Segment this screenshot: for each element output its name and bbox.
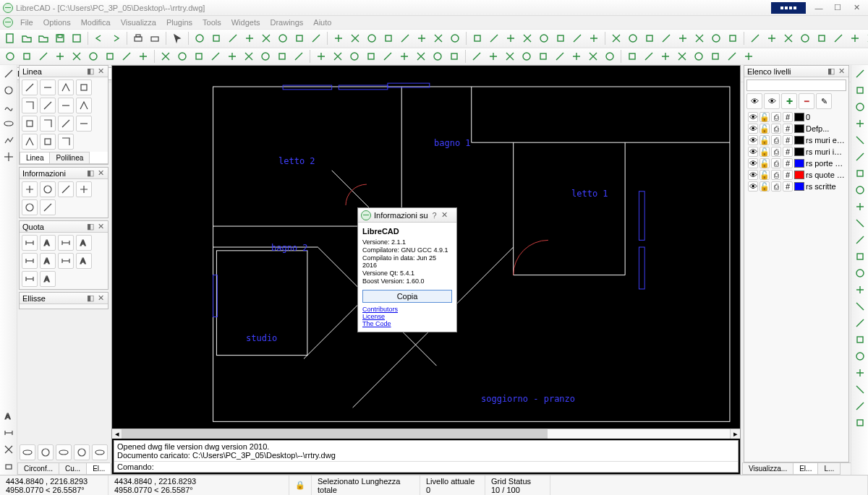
tool-icon[interactable] <box>22 181 38 197</box>
snap-tool-icon[interactable] <box>831 31 846 46</box>
layer-visibility-icon[interactable]: 👁 <box>748 124 758 134</box>
snap-tool-icon[interactable] <box>609 31 624 46</box>
tool-icon[interactable] <box>22 79 38 95</box>
layer-bw-icon[interactable]: # <box>783 124 793 134</box>
modify-tool-icon[interactable] <box>853 382 867 397</box>
layer-row[interactable]: 👁🔓⎙#rs porte e fines... <box>746 158 846 169</box>
tool-icon[interactable] <box>56 444 72 460</box>
draw-tool-icon[interactable] <box>158 49 173 64</box>
snap-tool-icon[interactable] <box>226 31 240 46</box>
layer-edit-icon[interactable]: ✎ <box>816 93 832 109</box>
tool-icon[interactable] <box>58 116 74 132</box>
redo-icon[interactable] <box>109 31 123 46</box>
draw-tool-icon[interactable] <box>331 49 345 64</box>
layer-row[interactable]: 👁🔓⎙#Defp... <box>746 123 846 134</box>
layer-visibility-icon[interactable]: 👁 <box>748 170 758 180</box>
tool-icon[interactable] <box>22 134 38 150</box>
dialog-link-contributors[interactable]: Contributors <box>362 306 452 313</box>
panel-float-icon[interactable]: ◧ <box>827 67 835 76</box>
panel-close-icon[interactable]: ✕ <box>96 67 105 76</box>
tool-icon[interactable] <box>58 79 74 95</box>
modify-tool-icon[interactable] <box>853 216 867 231</box>
snap-tool-icon[interactable] <box>553 31 568 46</box>
modify-tool-icon[interactable] <box>853 249 867 264</box>
dialog-close-icon[interactable]: ✕ <box>441 210 448 220</box>
modify-tool-icon[interactable] <box>853 366 867 380</box>
menu-plugins[interactable]: Plugins <box>163 17 195 27</box>
panel-close-icon[interactable]: ✕ <box>837 67 846 76</box>
modify-tool-icon[interactable] <box>853 266 867 280</box>
print-icon[interactable] <box>131 31 145 46</box>
snap-tool-icon[interactable] <box>537 31 551 46</box>
snap-tool-icon[interactable] <box>292 31 307 46</box>
layer-color-swatch[interactable] <box>794 124 804 133</box>
rtab-visualizza[interactable]: Visualizza... <box>742 463 793 475</box>
tool-icon[interactable] <box>40 181 56 197</box>
btab-circonf[interactable]: Circonf... <box>17 463 59 475</box>
tab-polilinea[interactable]: Polilinea <box>49 152 90 163</box>
circle-tool-icon[interactable] <box>1 83 16 98</box>
tool-icon[interactable] <box>58 98 74 113</box>
draw-tool-icon[interactable] <box>292 49 306 64</box>
layer-visibility-icon[interactable]: 👁 <box>748 147 758 157</box>
dialog-help-icon[interactable]: ? <box>433 211 437 220</box>
snap-tool-icon[interactable] <box>520 31 535 46</box>
layer-lock-icon[interactable]: 🔓 <box>760 135 770 145</box>
draw-tool-icon[interactable] <box>225 49 239 64</box>
snap-tool-icon[interactable] <box>487 31 501 46</box>
tool-icon[interactable] <box>38 444 54 460</box>
layer-print-icon[interactable]: ⎙ <box>771 170 781 180</box>
snap-tool-icon[interactable] <box>365 31 379 46</box>
modify-tool-icon[interactable] <box>853 116 867 131</box>
text-tool-icon[interactable]: A <box>1 409 16 423</box>
draw-tool-icon[interactable] <box>86 49 101 64</box>
draw-tool-icon[interactable] <box>258 49 273 64</box>
snap-tool-icon[interactable] <box>259 31 273 46</box>
snap-tool-icon[interactable] <box>748 31 762 46</box>
draw-tool-icon[interactable] <box>208 49 223 64</box>
draw-tool-icon[interactable] <box>553 49 567 64</box>
undo-icon[interactable] <box>92 31 106 46</box>
printpreview-icon[interactable] <box>148 31 162 46</box>
layer-bw-icon[interactable]: # <box>783 147 793 157</box>
tool-icon[interactable] <box>40 199 56 215</box>
snap-tool-icon[interactable] <box>414 31 429 46</box>
saveas-icon[interactable] <box>69 31 84 46</box>
panel-close-icon[interactable]: ✕ <box>96 223 105 231</box>
tool-icon[interactable] <box>40 79 56 95</box>
draw-tool-icon[interactable] <box>519 49 534 64</box>
snap-tool-icon[interactable] <box>448 31 462 46</box>
cursor-icon[interactable] <box>170 31 184 46</box>
draw-tool-icon[interactable] <box>136 49 150 64</box>
snap-tool-icon[interactable] <box>798 31 812 46</box>
panel-close-icon[interactable]: ✕ <box>96 294 105 303</box>
tool-icon[interactable] <box>40 134 56 150</box>
snap-tool-icon[interactable] <box>765 31 779 46</box>
draw-tool-icon[interactable] <box>314 49 328 64</box>
tool-icon[interactable]: A <box>76 253 92 269</box>
modify-tool-icon[interactable] <box>853 233 867 247</box>
modify-tool-icon[interactable] <box>853 316 867 330</box>
draw-tool-icon[interactable] <box>675 49 689 64</box>
open-icon[interactable] <box>20 31 34 46</box>
layer-row[interactable]: 👁🔓⎙#0 <box>746 111 846 123</box>
menu-options[interactable]: Options <box>41 17 74 27</box>
layer-print-icon[interactable]: ⎙ <box>771 181 781 191</box>
draw-tool-icon[interactable] <box>536 49 550 64</box>
layer-print-icon[interactable]: ⎙ <box>771 158 781 168</box>
layer-lock-icon[interactable]: 🔓 <box>760 158 770 168</box>
tool-icon[interactable] <box>20 444 35 460</box>
draw-tool-icon[interactable] <box>447 49 461 64</box>
tool-icon[interactable]: A <box>40 235 56 251</box>
layer-lock-icon[interactable]: 🔓 <box>760 170 770 180</box>
tool-icon[interactable] <box>76 98 92 113</box>
layer-row[interactable]: 👁🔓⎙#rs muri esterni <box>746 134 846 146</box>
draw-tool-icon[interactable] <box>192 49 206 64</box>
layer-hideall-icon[interactable]: 👁 <box>764 93 780 109</box>
snap-tool-icon[interactable] <box>309 31 323 46</box>
layer-color-swatch[interactable] <box>794 136 804 145</box>
layer-color-swatch[interactable] <box>794 159 804 168</box>
snap-tool-icon[interactable] <box>398 31 412 46</box>
modify-tool-icon[interactable] <box>853 416 867 430</box>
layer-color-swatch[interactable] <box>794 182 804 191</box>
